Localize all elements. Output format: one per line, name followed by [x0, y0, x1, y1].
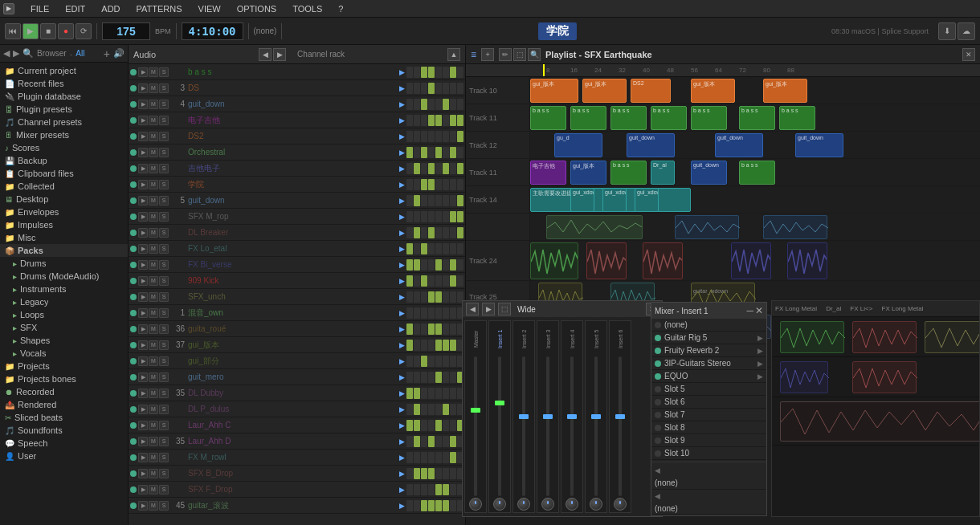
channel-pad[interactable] — [428, 468, 435, 479]
channel-ctrl-btn[interactable]: ▶ — [138, 356, 148, 366]
channel-pad[interactable] — [443, 452, 449, 463]
prev-btn[interactable]: ⏮ — [5, 23, 21, 39]
sidebar-item-packs[interactable]: 📦 Packs — [0, 244, 128, 257]
channel-pad[interactable] — [443, 404, 449, 415]
channel-pad[interactable] — [406, 340, 413, 351]
channel-pad[interactable] — [421, 227, 427, 238]
fx-fader-6[interactable] — [619, 356, 622, 496]
channel-pad[interactable] — [421, 147, 427, 158]
channel-pad[interactable] — [450, 291, 456, 303]
channel-pad[interactable] — [450, 307, 456, 319]
rack-sort-btn[interactable]: ▲ — [447, 48, 460, 61]
fx-knob-2[interactable] — [517, 498, 530, 511]
sidebar-item-clipboard[interactable]: 📋 Clipboard files — [0, 167, 128, 180]
channel-pad[interactable] — [450, 243, 456, 254]
channel-send-arrow[interactable]: ▶ — [399, 68, 405, 76]
channel-pad[interactable] — [421, 356, 427, 367]
channel-ctrl-btn[interactable]: ▶ — [138, 421, 148, 430]
mixer-slot-guitar-rig[interactable]: Guitar Rig 5 ▶ — [651, 332, 766, 344]
clip[interactable]: gui_版本 — [570, 161, 606, 185]
sidebar-item-vocals[interactable]: ▸ Vocals — [0, 347, 128, 360]
channel-pad[interactable] — [435, 243, 442, 254]
clip[interactable]: b a s s — [739, 106, 775, 130]
channel-ctrl-btn[interactable]: S — [159, 308, 169, 318]
channel-pad[interactable] — [406, 307, 413, 319]
sidebar-item-backup[interactable]: 💾 Backup — [0, 154, 128, 167]
sidebar-item-soundfonts[interactable]: 🎵 Soundfonts — [0, 424, 128, 437]
channel-pad[interactable] — [421, 163, 427, 174]
channel-pad[interactable] — [421, 99, 427, 110]
menu-help[interactable]: ? — [335, 2, 346, 15]
channel-pad[interactable] — [414, 340, 420, 351]
channel-pad[interactable] — [406, 324, 413, 335]
clip[interactable]: b a s s — [610, 106, 647, 130]
fx-fader-master[interactable] — [474, 356, 477, 496]
channel-pad[interactable] — [406, 195, 413, 206]
menu-add[interactable]: ADD — [98, 2, 123, 15]
channel-pad[interactable] — [414, 259, 420, 271]
channel-pad[interactable] — [421, 179, 427, 190]
channel-pad[interactable] — [406, 179, 413, 190]
channel-pad[interactable] — [406, 211, 413, 222]
channel-ctrl-btn[interactable]: M — [149, 292, 158, 302]
channel-pad[interactable] — [428, 291, 435, 303]
channel-pad[interactable] — [428, 195, 435, 206]
channel-pad[interactable] — [443, 388, 449, 399]
rack-header-btn-1[interactable]: ◀ — [259, 48, 272, 61]
sidebar-item-speech[interactable]: 💬 Speech — [0, 437, 128, 450]
channel-pad[interactable] — [443, 147, 449, 158]
channel-pad[interactable] — [428, 83, 435, 94]
channel-ctrl-btn[interactable]: S — [159, 196, 169, 206]
channel-pad[interactable] — [450, 356, 456, 367]
channel-pad[interactable] — [414, 179, 420, 190]
channel-pad[interactable] — [443, 340, 449, 351]
channel-pad[interactable] — [435, 356, 442, 367]
channel-send-arrow[interactable]: ▶ — [399, 502, 405, 510]
channel-send-arrow[interactable]: ▶ — [399, 116, 405, 124]
channel-pad[interactable] — [414, 452, 420, 463]
channel-pad[interactable] — [457, 99, 463, 110]
channel-ctrl-btn[interactable]: S — [159, 292, 169, 302]
channel-pad[interactable] — [428, 227, 435, 238]
sidebar-nav-prev[interactable]: ◀ — [3, 48, 10, 59]
channel-ctrl-btn[interactable]: ▶ — [138, 340, 148, 350]
sidebar-item-recorded[interactable]: ⏺ Recorded — [0, 385, 128, 398]
channel-pad[interactable] — [435, 340, 442, 351]
channel-ctrl-btn[interactable]: M — [149, 228, 158, 238]
channel-ctrl-btn[interactable]: M — [149, 437, 158, 446]
channel-pad[interactable] — [450, 468, 456, 479]
channel-pad[interactable] — [435, 484, 442, 495]
channel-pad[interactable] — [450, 115, 456, 126]
channel-pad[interactable] — [450, 452, 456, 463]
channel-pad[interactable] — [428, 275, 435, 287]
channel-send-arrow[interactable]: ▶ — [399, 149, 405, 157]
channel-pad[interactable] — [414, 99, 420, 110]
channel-pad[interactable] — [406, 420, 413, 431]
channel-ctrl-btn[interactable]: ▶ — [138, 116, 148, 125]
channel-ctrl-btn[interactable]: M — [149, 421, 158, 430]
channel-pad[interactable] — [435, 307, 442, 319]
channel-ctrl-btn[interactable]: S — [159, 324, 169, 334]
channel-pad[interactable] — [406, 404, 413, 415]
clip[interactable]: gui_版本 — [691, 79, 735, 103]
fx-fader-2[interactable] — [522, 356, 525, 496]
channel-pad[interactable] — [443, 115, 449, 126]
channel-pad[interactable] — [428, 67, 435, 78]
sidebar-item-collected[interactable]: 📁 Collected — [0, 180, 128, 193]
channel-pad[interactable] — [414, 307, 420, 319]
channel-pad[interactable] — [435, 372, 442, 383]
channel-ctrl-btn[interactable]: S — [159, 83, 169, 93]
channel-ctrl-btn[interactable]: M — [149, 244, 158, 254]
fx-mixer-icon-2[interactable]: ▶ — [482, 303, 495, 315]
channel-send-arrow[interactable]: ▶ — [399, 421, 405, 429]
fx-mixer-icon-3[interactable]: ⬚ — [498, 303, 511, 315]
channel-pad[interactable] — [450, 179, 456, 190]
channel-pad[interactable] — [443, 243, 449, 254]
channel-pad[interactable] — [443, 324, 449, 335]
sidebar-item-sfx[interactable]: ▸ SFX — [0, 321, 128, 334]
clip[interactable]: b a s s — [530, 106, 566, 130]
sidebar-item-instruments[interactable]: ▸ Instruments — [0, 283, 128, 295]
channel-pad[interactable] — [428, 356, 435, 367]
channel-pad[interactable] — [443, 372, 449, 383]
channel-pad[interactable] — [406, 243, 413, 254]
